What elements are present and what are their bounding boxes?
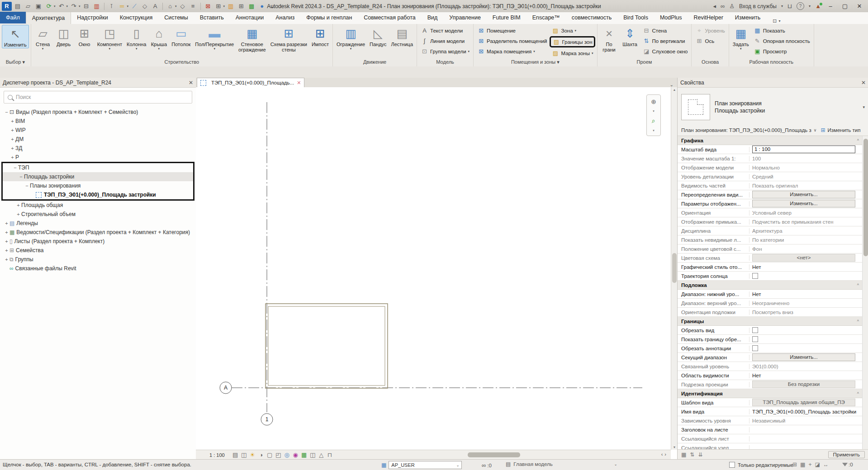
tree-item[interactable]: ТЭП_ПЭ_Э01(+0.000)_Площадь застройки [3,190,193,199]
section-pin-icon[interactable]: ^ [857,138,859,143]
tree-expand-icon[interactable]: − [4,109,9,115]
close-button[interactable]: ✕ [854,3,864,9]
sort-descending-icon[interactable]: ⇊ [698,451,702,458]
steering-wheel-dropdown-icon[interactable]: ▾ [653,109,655,113]
ribbon-button-model-line[interactable]: ∫Линия модели [419,36,471,46]
select-links-icon[interactable]: ⊞ [792,461,797,468]
sync-icon-dropdown[interactable]: ▾ [54,5,56,8]
ribbon-button-wall-opening[interactable]: ⊟Стена [641,25,690,36]
ribbon-button-door[interactable]: ◫Дверь [54,25,74,47]
visual-style-icon[interactable]: ◫ [240,451,248,458]
show-crop-icon[interactable]: ◰ [274,451,283,458]
reveal-constraints-icon[interactable]: ⊓ [326,451,334,458]
ribbon-button-shaft[interactable]: ⇕Шахта [620,25,640,47]
worksharing-display-icon[interactable]: ▦ [300,451,308,458]
tab-revithelper[interactable]: RevitHelper [688,12,729,24]
tree-item[interactable]: −Планы зонирования [3,181,193,190]
aligned-dimension-icon[interactable]: ⟋ [130,2,139,10]
tab-addins[interactable]: Надстройки [71,12,114,24]
drawing-area[interactable]: A 1 ⊕ ▾ ⌕ ▾ [196,87,671,450]
ribbon-button-component[interactable]: ◳Компонент▾ [95,25,124,51]
tree-item[interactable]: +▯Листы (Раздел проекта + Комплект) [0,237,196,246]
sync-icon[interactable]: ⟳ [44,2,53,10]
tab-compat[interactable]: совместимость [566,12,617,24]
tree-expand-icon[interactable]: + [4,248,9,253]
tree-item[interactable]: +Строительный объем [0,210,196,219]
tree-item[interactable]: +⧉Группы [0,255,196,264]
ribbon-button-modify[interactable]: ↖Изменить [2,25,29,48]
tab-massing[interactable]: Формы и генплан [300,12,358,24]
qat-dropdown[interactable]: ⌄ [268,2,277,10]
tree-expand-icon[interactable]: + [15,212,21,217]
modify-pin-icon[interactable]: ⊺ [107,2,116,10]
ribbon-button-area-tag[interactable]: ▨Марка зоны▾ [550,48,595,58]
temporary-hide-isolate-icon[interactable]: ◎ [283,451,291,458]
type-selector-chevron-icon[interactable]: ∨ [814,128,817,132]
type-selector[interactable]: План зонирования Площадь застройки ▾ [678,88,868,125]
properties-help-icon[interactable]: ▦ [681,451,686,458]
tree-item[interactable]: +ДМ [0,135,196,144]
text-icon[interactable]: A [151,2,160,10]
sort-ascending-icon[interactable]: ⇅ [690,451,694,458]
view-scale-button[interactable]: 1 : 100 [209,452,225,458]
tab-analyze[interactable]: Анализ [270,12,300,24]
back-icon[interactable]: ◂ [713,3,716,9]
property-input[interactable]: 1 : 100 [752,146,855,153]
editing-requests[interactable]: ∞ :0 [482,462,492,469]
close-inactive-icon[interactable]: ⊠ [204,2,213,10]
tree-expand-icon[interactable]: − [24,183,30,188]
zoom-icon[interactable]: ⌕ [652,117,655,125]
chevron-down-icon[interactable]: ▾ [781,4,783,8]
tree-item[interactable]: +Р [0,153,196,162]
properties-close-icon[interactable]: ✕ [861,80,866,86]
section-icon[interactable]: ◇ [178,2,187,10]
tab-view[interactable]: Вид [422,12,444,24]
type-selector-dropdown-icon[interactable]: ▾ [863,105,865,109]
steering-wheel-icon[interactable]: ⊕ [651,98,656,105]
tab-insert[interactable]: Вставить [194,12,230,24]
tab-manage[interactable]: Управление [443,12,487,24]
ribbon-button-column[interactable]: ▯Колонна▾ [125,25,148,51]
scroll-down-icon[interactable]: ▼ [671,446,678,449]
crop-view-icon[interactable]: ▢ [266,451,274,458]
filter-control[interactable]: :0 [842,462,853,467]
default-3d-view-icon-dropdown[interactable]: ▾ [175,5,177,8]
tab-modify[interactable]: Изменить [729,12,766,24]
ribbon-button-model-text[interactable]: AТекст модели [419,25,471,36]
property-flat-button[interactable]: Без подрезки [752,381,855,388]
help-icon[interactable]: ? [797,2,804,10]
ribbon-button-ramp[interactable]: ◺Пандус [368,25,388,47]
property-checkbox[interactable] [752,273,758,279]
design-option-control[interactable]: ▤ Главная модель ⌄ [506,461,617,467]
shadows-icon[interactable]: ◑ [257,451,266,458]
reveal-hidden-icon[interactable]: ◉ [291,451,300,458]
tab-arch[interactable]: Архитектура [26,12,71,24]
app-store-icon[interactable]: ⊔ [787,3,792,9]
property-edit-button[interactable]: Изменить... [752,191,855,198]
tree-item[interactable]: +WIP [0,126,196,135]
scrollbar-thumb[interactable] [672,253,677,283]
new-file-icon[interactable]: ▤ [13,2,22,10]
undo-icon-dropdown[interactable]: ▾ [66,5,68,8]
ribbon-button-vertical-opening[interactable]: ⇅По вертикали [641,36,690,46]
apply-button[interactable]: Применить [828,451,865,458]
sign-in-button[interactable]: Вход в службы [739,3,777,9]
ribbon-button-wall[interactable]: ▱Стена▾ [33,25,53,51]
ribbon-button-area[interactable]: ▨Зона▾ [550,25,595,36]
tree-expand-icon[interactable]: + [9,136,15,142]
tree-item[interactable]: +▦Ведомости/Спецификации (Раздел проекта… [0,228,196,237]
property-checkbox[interactable] [752,336,758,342]
ribbon-button-ref-plane[interactable]: ✎Опорная плоскость [752,36,812,46]
restore-button[interactable]: ▢ [840,3,850,9]
tab-birdtools[interactable]: Bird Tools [617,12,654,24]
tree-item[interactable]: −Площадь застройки [3,172,193,181]
user-icon[interactable]: ♙ [729,3,735,9]
help-dropdown-icon[interactable]: ▾ [809,4,811,8]
ribbon-button-set-workplane[interactable]: ▦Задать▾ [731,25,751,51]
tab-file[interactable]: Файл [0,12,26,24]
property-flat-button[interactable]: ТЭП_Площадь здания общая_ПЭ [752,399,855,406]
ribbon-button-mullion[interactable]: ⊞Импост [310,25,331,47]
ribbon-button-railing[interactable]: ▥Ограждение▾ [335,25,367,51]
ribbon-button-curtain-system[interactable]: ▦Стеновоеограждение [237,25,268,53]
tree-expand-icon[interactable]: + [9,155,15,160]
